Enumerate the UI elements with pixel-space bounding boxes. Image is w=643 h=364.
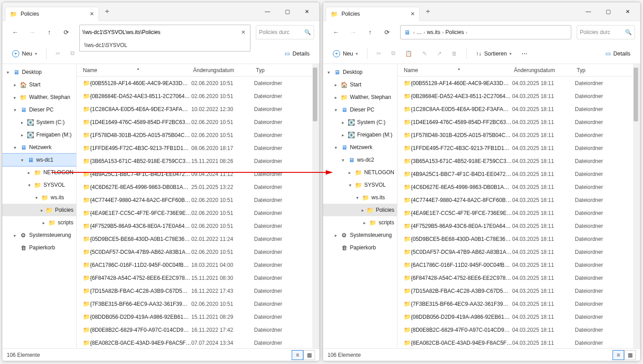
tree-item[interactable]: ▾🖥ws-dc2 bbox=[323, 154, 397, 166]
file-row[interactable]: 📁{0B28684E-DA52-4AE3-8511-2C27064828...0… bbox=[77, 90, 318, 103]
tree-item[interactable]: ▾📁ws.its bbox=[323, 191, 397, 204]
file-row[interactable]: 📁{1F578D48-301B-42D5-A015-875B04CF88...0… bbox=[397, 128, 639, 141]
new-button[interactable]: + Neu ▾ bbox=[9, 47, 41, 61]
chevron-icon[interactable]: ▾ bbox=[12, 107, 17, 112]
file-row[interactable]: 📁{5C0DAF57-DC9A-47B9-AB62-A83B1AD6...02.… bbox=[77, 245, 318, 258]
copy-button[interactable]: ⧉ bbox=[388, 47, 399, 61]
file-row[interactable]: 📁{05D9BCE5-BE68-430D-A0B1-C78E362E8E...0… bbox=[77, 232, 318, 245]
file-row[interactable]: 📁{4C6D627E-8EA5-4998-9863-DB0B1AABA...04… bbox=[397, 180, 639, 193]
address-bar[interactable]: 🖥 › … › ws.its › Policies › bbox=[400, 25, 571, 39]
chevron-icon[interactable]: ▸ bbox=[333, 95, 338, 100]
tree-item[interactable]: ▸💽Freigaben (M:) bbox=[323, 128, 397, 141]
file-row[interactable]: 📁{8EA082CB-0ACE-43AD-94E9-F8AC5FC1E...04… bbox=[397, 336, 639, 348]
breadcrumb-item[interactable]: Policies bbox=[444, 28, 465, 36]
file-row[interactable]: 📁{1C28C8AA-E0D5-4E6A-9DE2-F3AFAB2D...10.… bbox=[77, 103, 318, 116]
chevron-icon[interactable]: ▾ bbox=[333, 107, 338, 112]
cut-button[interactable]: ✂ bbox=[52, 47, 64, 61]
file-row[interactable]: 📁{6AC1786C-016F-11D2-945F-00C04fB984...1… bbox=[77, 258, 318, 271]
file-row[interactable]: 📁{6F847428-A54C-4752-8EE6-EE2C9781EB5...… bbox=[397, 271, 639, 284]
tree-item[interactable]: ▸⚙Systemsteuerung bbox=[323, 229, 397, 241]
scrollbar[interactable] bbox=[633, 64, 639, 348]
file-row[interactable]: 📁{1F578D48-301B-42D5-A015-875B04CF88...0… bbox=[77, 128, 318, 141]
tree-item[interactable]: ▾📁SYSVOL bbox=[323, 179, 397, 191]
tree-item[interactable]: ▸⚙Systemsteuerung bbox=[2, 229, 76, 241]
chevron-icon[interactable]: ▸ bbox=[19, 133, 25, 137]
tree-item[interactable]: ▾📁ws.its bbox=[2, 191, 76, 204]
tree-item[interactable]: ▾🖥Dieser PC bbox=[323, 103, 397, 116]
file-row[interactable]: 📁{00B55128-AF14-460E-A4C9-9EA33DCDC...02… bbox=[77, 77, 318, 90]
file-row[interactable]: 📁{7F3BE315-BF66-4EC9-AA32-361F39D30A...0… bbox=[397, 297, 639, 310]
file-row[interactable]: 📁{8EA082CB-0ACE-43AD-94E9-F8AC5FC1E...07… bbox=[77, 336, 318, 348]
file-row[interactable]: 📁{1FFDE495-F72C-4B3C-9213-7FB1D13092...0… bbox=[397, 141, 639, 154]
file-row[interactable]: 📁{4C7744E7-9880-4274-8A2C-8FCF60BEF8...0… bbox=[397, 193, 639, 206]
column-headers[interactable]: ▴Name Änderungsdatum Typ bbox=[77, 64, 318, 77]
tree-item[interactable]: ▾🖥ws-dc1 bbox=[2, 154, 76, 166]
more-button[interactable]: ⋯ bbox=[518, 47, 531, 61]
tree-item[interactable]: ▸💽Freigaben (M:) bbox=[2, 128, 76, 141]
path-suggestion[interactable]: \\ws-dc1\SYSVOL bbox=[79, 39, 250, 51]
tree-item[interactable]: 🗑Papierkorb bbox=[323, 241, 397, 254]
scroll-thumb[interactable] bbox=[634, 68, 638, 121]
file-row[interactable]: 📁{5C0DAF57-DC9A-47B9-AB62-A83B1AD6...04.… bbox=[397, 245, 639, 258]
file-row[interactable]: 📁{1C28C8AA-E0D5-4E6A-9DE2-F3AFAB2D...04.… bbox=[397, 103, 639, 116]
tree-item[interactable]: ▸📁Policies bbox=[2, 204, 76, 216]
tree-item[interactable]: ▸📁NETLOGON bbox=[323, 166, 397, 179]
large-view-button[interactable]: ▦ bbox=[624, 350, 636, 360]
share-button[interactable]: ↗ bbox=[433, 47, 445, 61]
chevron-icon[interactable]: ▸ bbox=[340, 120, 345, 125]
scrollbar[interactable] bbox=[312, 64, 318, 348]
tree-item[interactable]: ▸📁scripts bbox=[323, 216, 397, 229]
tree-item[interactable]: ▸📁Walther, Stephan bbox=[2, 91, 76, 103]
search-box[interactable]: Policies durc 🔍 bbox=[577, 25, 635, 39]
file-row[interactable]: 📁{4EA9E1E7-CC5C-4F7E-9FCE-736E9EE10B...0… bbox=[77, 206, 318, 219]
tree-item[interactable]: ▾🖥Desktop bbox=[2, 66, 76, 78]
cut-button[interactable]: ✂ bbox=[373, 47, 385, 61]
close-tab-icon[interactable]: ✕ bbox=[90, 11, 94, 17]
chevron-icon[interactable]: ▾ bbox=[34, 195, 39, 200]
tree-item[interactable]: ▸💽System (C:) bbox=[323, 116, 397, 128]
maximize-button[interactable]: ▢ bbox=[598, 4, 618, 20]
minimize-button[interactable]: — bbox=[578, 4, 598, 20]
file-row[interactable]: 📁{0B28684E-DA52-4AE3-8511-2C27064828...0… bbox=[397, 90, 639, 103]
close-tab-icon[interactable]: ✕ bbox=[410, 11, 415, 17]
clear-path-icon[interactable]: ✕ bbox=[239, 29, 247, 35]
file-row[interactable]: 📁{1FFDE495-F72C-4B3C-9213-7FB1D13092...0… bbox=[77, 141, 318, 154]
file-row[interactable]: 📁{4C7744E7-9880-4274-8A2C-8FCF60BEF8...0… bbox=[77, 193, 318, 206]
forward-button[interactable]: → bbox=[345, 25, 361, 40]
chevron-icon[interactable]: ▸ bbox=[19, 120, 25, 125]
tree-item[interactable]: ▸📁Walther, Stephan bbox=[323, 91, 397, 103]
file-row[interactable]: 📁{6AC1786C-016F-11D2-945F-00C04fB984...0… bbox=[397, 258, 639, 271]
chevron-icon[interactable]: ▸ bbox=[12, 82, 17, 87]
tree-item[interactable]: ▸🏠Start bbox=[2, 78, 76, 91]
chevron-icon[interactable]: ▾ bbox=[12, 145, 17, 150]
chevron-icon[interactable]: ▾ bbox=[5, 70, 10, 75]
file-row[interactable]: 📁{7D15A82B-FBAC-4C28-A3B9-C67D5CA9...16.… bbox=[77, 284, 318, 297]
chevron-icon[interactable]: ▸ bbox=[12, 233, 17, 238]
file-row[interactable]: 📁{05D9BCE5-BE68-430D-A0B1-C78E362E8E...0… bbox=[397, 232, 639, 245]
chevron-icon[interactable]: ▾ bbox=[326, 70, 331, 75]
file-row[interactable]: 📁{4C6D627E-8EA5-4998-9863-DB0B1AABA...25… bbox=[77, 180, 318, 193]
tree-item[interactable]: ▸📁NETLOGON bbox=[2, 166, 76, 179]
tree-item[interactable]: ▾🖥Desktop bbox=[323, 66, 397, 78]
maximize-button[interactable]: ▢ bbox=[277, 4, 297, 20]
tree-item[interactable]: ▸💽System (C:) bbox=[2, 116, 76, 128]
breadcrumb-item[interactable]: ws.its bbox=[426, 28, 441, 36]
chevron-icon[interactable]: ▸ bbox=[333, 82, 338, 87]
chevron-icon[interactable]: ▸ bbox=[362, 208, 364, 213]
file-row[interactable]: 📁{4B9A25C1-BBC7-4F1C-B4D1-EE047244C...09… bbox=[77, 167, 318, 180]
delete-button[interactable]: 🗑 bbox=[448, 47, 461, 61]
close-button[interactable]: ✕ bbox=[297, 4, 317, 20]
file-row[interactable]: 📁{1D4E1649-476C-4589-854D-FF2BC63B82...0… bbox=[77, 116, 318, 128]
tree-item[interactable]: 🗑Papierkorb bbox=[2, 241, 76, 254]
chevron-icon[interactable]: ▾ bbox=[26, 183, 32, 188]
file-row[interactable]: 📁{4F7529B5-86A9-43C6-8E0A-17E0A647FA...0… bbox=[77, 219, 318, 232]
tree-item[interactable]: ▾🖥Netzwerk bbox=[323, 141, 397, 154]
file-row[interactable]: 📁{8D0E8B2C-6829-47F0-A97C-014CD902A...04… bbox=[397, 323, 639, 336]
new-button[interactable]: + Neu ▾ bbox=[329, 47, 362, 61]
file-row[interactable]: 📁{6F847428-A54C-4752-8EE6-EE2C9781EB5...… bbox=[77, 271, 318, 284]
add-tab-button[interactable]: ＋ bbox=[424, 7, 432, 16]
chevron-icon[interactable]: ▾ bbox=[333, 145, 338, 150]
chevron-icon[interactable]: ▾ bbox=[347, 183, 353, 188]
chevron-icon[interactable]: ▸ bbox=[41, 208, 43, 213]
tree-item[interactable]: ▸🏠Start bbox=[323, 78, 397, 91]
